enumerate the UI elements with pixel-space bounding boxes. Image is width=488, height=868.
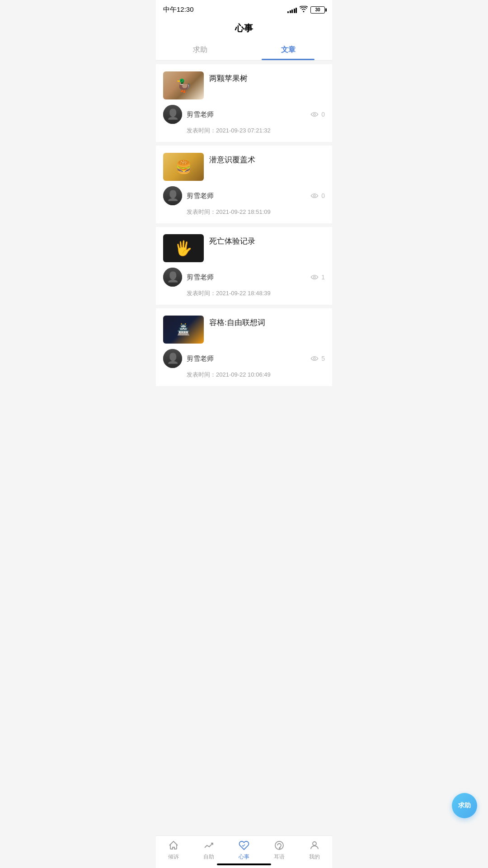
svg-point-1	[314, 195, 315, 197]
article-top: 🏯 容格:自由联想词	[163, 316, 325, 344]
tab-article[interactable]: 文章	[244, 40, 332, 60]
author-info: 剪雪老师	[163, 268, 214, 287]
author-info: 剪雪老师	[163, 349, 214, 368]
view-info: 5	[310, 355, 325, 362]
article-meta: 剪雪老师 0	[163, 186, 325, 205]
article-thumbnail: 🦆	[163, 71, 204, 99]
eye-icon	[310, 111, 319, 118]
article-title: 两颗苹果树	[209, 71, 325, 84]
article-top: 🖐 死亡体验记录	[163, 234, 325, 262]
article-thumbnail: 🍔	[163, 153, 204, 181]
eye-icon	[310, 193, 319, 199]
svg-point-0	[314, 113, 315, 115]
avatar	[163, 349, 182, 368]
article-thumbnail: 🖐	[163, 234, 204, 262]
svg-point-2	[314, 276, 315, 278]
article-title: 死亡体验记录	[209, 234, 325, 247]
status-time: 中午12:30	[163, 5, 194, 14]
article-meta: 剪雪老师 1	[163, 268, 325, 287]
article-meta: 剪雪老师 0	[163, 105, 325, 124]
article-list: 🦆 两颗苹果树 剪雪老师 0 发表时间：2021-09-23 07:2	[156, 61, 332, 430]
author-name: 剪雪老师	[187, 273, 214, 282]
svg-point-3	[314, 358, 315, 359]
article-date: 发表时间：2021-09-22 18:51:09	[187, 208, 325, 216]
avatar	[163, 105, 182, 124]
tab-bar: 求助 文章	[156, 40, 332, 61]
list-item[interactable]: 🦆 两颗苹果树 剪雪老师 0 发表时间：2021-09-23 07:2	[156, 64, 332, 142]
eye-icon	[310, 355, 319, 362]
article-date: 发表时间：2021-09-22 10:06:49	[187, 371, 325, 379]
article-title: 容格:自由联想词	[209, 316, 325, 328]
page-header: 心事	[156, 18, 332, 40]
avatar	[163, 268, 182, 287]
author-info: 剪雪老师	[163, 105, 214, 124]
author-info: 剪雪老师	[163, 186, 214, 205]
view-count: 0	[321, 192, 325, 199]
tab-help[interactable]: 求助	[156, 40, 244, 60]
author-name: 剪雪老师	[187, 354, 214, 363]
wifi-icon	[300, 6, 308, 14]
view-info: 0	[310, 192, 325, 199]
list-item[interactable]: 🖐 死亡体验记录 剪雪老师 1 发表时间：2021-09-22 18:	[156, 227, 332, 305]
battery-icon: 30	[310, 6, 325, 14]
list-item[interactable]: 🏯 容格:自由联想词 剪雪老师 5 发表时间：2021-09-22 1	[156, 308, 332, 386]
view-count: 0	[321, 111, 325, 118]
author-name: 剪雪老师	[187, 192, 214, 200]
article-meta: 剪雪老师 5	[163, 349, 325, 368]
view-info: 1	[310, 274, 325, 281]
view-count: 5	[321, 355, 325, 362]
page-title: 心事	[163, 22, 325, 40]
signal-icon	[287, 7, 297, 13]
article-title: 潜意识覆盖术	[209, 153, 325, 165]
status-bar: 中午12:30 30	[156, 0, 332, 18]
article-date: 发表时间：2021-09-23 07:21:32	[187, 127, 325, 135]
author-name: 剪雪老师	[187, 110, 214, 119]
eye-icon	[310, 274, 319, 280]
article-date: 发表时间：2021-09-22 18:48:39	[187, 289, 325, 297]
avatar	[163, 186, 182, 205]
article-top: 🍔 潜意识覆盖术	[163, 153, 325, 181]
article-thumbnail: 🏯	[163, 316, 204, 344]
view-count: 1	[321, 274, 325, 281]
view-info: 0	[310, 111, 325, 118]
list-item[interactable]: 🍔 潜意识覆盖术 剪雪老师 0 发表时间：2021-09-22 18:	[156, 146, 332, 223]
status-icons: 30	[287, 6, 325, 14]
article-top: 🦆 两颗苹果树	[163, 71, 325, 99]
